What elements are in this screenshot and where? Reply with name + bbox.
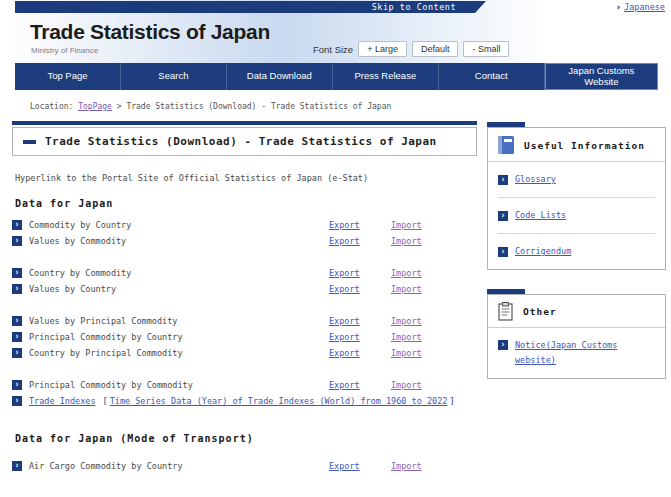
page-title-box: Trade Statistics (Download) - Trade Stat…	[12, 127, 477, 156]
chevron-right-icon: ›	[498, 211, 508, 221]
export-link[interactable]: Export	[329, 268, 391, 278]
useful-information-box: Useful Information › Glossary › Code Lis…	[487, 127, 666, 270]
font-size-small-button[interactable]: - Small	[463, 41, 509, 57]
import-link[interactable]: Import	[391, 332, 451, 342]
import-link[interactable]: Import	[391, 220, 451, 230]
export-link[interactable]: Export	[329, 316, 391, 326]
main-content: Trade Statistics (Download) - Trade Stat…	[12, 121, 477, 474]
chevron-right-icon: ›	[12, 461, 22, 471]
data-group: ›Country by Commodity Export Import ›Val…	[12, 265, 477, 297]
import-link[interactable]: Import	[391, 461, 451, 471]
useful-information-links: › Glossary › Code Lists › Corrigendum	[488, 162, 665, 269]
row-label: Values by Commodity	[29, 236, 126, 246]
row-label: Principal Commodity by Commodity	[29, 380, 193, 390]
corrigendum-link[interactable]: Corrigendum	[515, 244, 571, 259]
page-title: Trade Statistics (Download) - Trade Stat…	[45, 135, 437, 148]
chevron-right-icon: ›	[498, 175, 508, 185]
sidebar: Useful Information › Glossary › Code Lis…	[487, 121, 666, 379]
chevron-right-icon: ›	[616, 2, 621, 12]
main-nav: Top Page Search Data Download Press Rele…	[15, 63, 658, 90]
chevron-right-icon: ›	[498, 247, 508, 257]
bracket-close: ]	[449, 396, 454, 406]
notice-link[interactable]: Notice(Japan Customs website)	[515, 338, 640, 368]
chevron-right-icon: ›	[498, 340, 508, 350]
row-label: Commodity by Country	[29, 220, 131, 230]
export-link[interactable]: Export	[329, 332, 391, 342]
nav-search[interactable]: Search	[121, 63, 227, 90]
breadcrumb: Location: TopPage > Trade Statistics (Do…	[30, 102, 391, 111]
glossary-link[interactable]: Glossary	[515, 172, 556, 187]
font-size-label: Font Size	[313, 44, 353, 55]
bracket-open: [	[103, 396, 108, 406]
row-label: Air Cargo Commodity by Country	[29, 461, 183, 471]
list-item: › Notice(Japan Customs website)	[498, 328, 655, 378]
time-series-link[interactable]: Time Series Data (Year) of Trade Indexes…	[110, 396, 448, 406]
list-item: › Code Lists	[498, 198, 655, 234]
font-size-large-button[interactable]: + Large	[358, 41, 407, 57]
other-header: Other	[488, 295, 665, 328]
code-lists-link[interactable]: Code Lists	[515, 208, 566, 223]
breadcrumb-label: Location:	[30, 102, 73, 111]
font-size-controls: Font Size + Large Default - Small	[313, 41, 509, 57]
nav-data-download[interactable]: Data Download	[227, 63, 333, 90]
breadcrumb-separator: >	[117, 102, 122, 111]
useful-information-header: Useful Information	[488, 128, 665, 162]
table-row: ›Country by Principal Commodity Export I…	[12, 345, 477, 361]
nav-japan-customs-website[interactable]: Japan Customs Website	[545, 63, 658, 90]
font-size-default-button[interactable]: Default	[412, 41, 459, 57]
row-label: Values by Country	[29, 284, 116, 294]
import-link[interactable]: Import	[391, 284, 451, 294]
chevron-right-icon: ›	[12, 396, 22, 406]
japanese-link[interactable]: Japanese	[624, 2, 665, 12]
data-group: ›Air Cargo Commodity by Country Export I…	[12, 458, 477, 474]
export-link[interactable]: Export	[329, 348, 391, 358]
import-link[interactable]: Import	[391, 348, 451, 358]
row-label: Principal Commodity by Country	[29, 332, 183, 342]
table-row: ›Values by Commodity Export Import	[12, 233, 477, 249]
import-link[interactable]: Import	[391, 268, 451, 278]
chevron-right-icon: ›	[12, 348, 22, 358]
row-label: Values by Principal Commodity	[29, 316, 177, 326]
export-link[interactable]: Export	[329, 461, 391, 471]
breadcrumb-current: Trade Statistics (Download) - Trade Stat…	[126, 102, 391, 111]
export-link[interactable]: Export	[329, 284, 391, 294]
intro-text: Hyperlink to the Portal Site of Official…	[15, 173, 477, 183]
dash-icon	[23, 140, 36, 144]
nav-press-release[interactable]: Press Release	[333, 63, 439, 90]
chevron-right-icon: ›	[12, 316, 22, 326]
other-title: Other	[523, 306, 557, 317]
table-row: ›Commodity by Country Export Import	[12, 217, 477, 233]
export-link[interactable]: Export	[329, 220, 391, 230]
nav-top-page[interactable]: Top Page	[15, 63, 121, 90]
import-link[interactable]: Import	[391, 380, 451, 390]
nav-contact[interactable]: Contact	[439, 63, 545, 90]
book-icon	[498, 135, 514, 155]
import-link[interactable]: Import	[391, 316, 451, 326]
export-link[interactable]: Export	[329, 380, 391, 390]
table-row: ›Principal Commodity by Country Export I…	[12, 329, 477, 345]
data-group: ›Commodity by Country Export Import ›Val…	[12, 217, 477, 249]
import-link[interactable]: Import	[391, 236, 451, 246]
title-accent-bar	[12, 121, 477, 125]
page: Skip to Content › Japanese Trade Statist…	[0, 0, 671, 497]
site-title: Trade Statistics of Japan	[30, 20, 270, 44]
table-row: ›Values by Principal Commodity Export Im…	[12, 313, 477, 329]
table-row: ›Air Cargo Commodity by Country Export I…	[12, 458, 477, 474]
table-row: ›Values by Country Export Import	[12, 281, 477, 297]
breadcrumb-top-page-link[interactable]: TopPage	[78, 102, 112, 111]
language-switch: › Japanese	[616, 2, 665, 12]
trade-indexes-row: › Trade Indexes [ Time Series Data (Year…	[12, 393, 477, 409]
section-heading-mode-of-transport: Data for Japan (Mode of Transport)	[15, 433, 477, 444]
row-label: Country by Commodity	[29, 268, 131, 278]
useful-information-title: Useful Information	[524, 140, 645, 151]
site-header: Skip to Content › Japanese Trade Statist…	[0, 0, 671, 63]
skip-to-content-link[interactable]: Skip to Content	[372, 2, 456, 12]
export-link[interactable]: Export	[329, 236, 391, 246]
chevron-right-icon: ›	[12, 332, 22, 342]
chevron-right-icon: ›	[12, 236, 22, 246]
list-item: › Corrigendum	[498, 234, 655, 269]
table-row: ›Country by Commodity Export Import	[12, 265, 477, 281]
trade-indexes-link[interactable]: Trade Indexes	[29, 396, 96, 406]
top-bar: Skip to Content	[15, 1, 486, 13]
row-label: Country by Principal Commodity	[29, 348, 183, 358]
